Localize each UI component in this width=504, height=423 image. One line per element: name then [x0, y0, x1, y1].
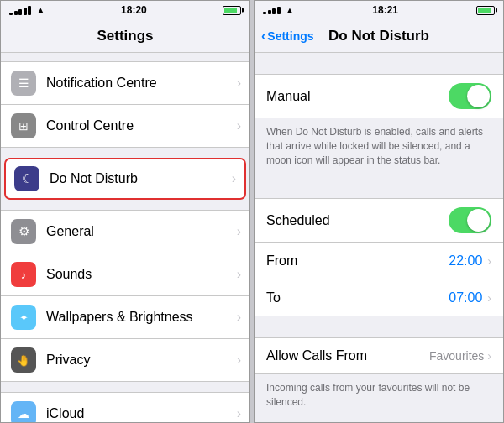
manual-row[interactable]: Manual [255, 74, 503, 118]
general-label: General [46, 224, 234, 239]
sounds-icon-glyph: ♪ [21, 269, 27, 281]
wallpaper-icon-glyph: ✦ [19, 311, 29, 324]
icloud-icon: ☁ [11, 401, 36, 422]
right-signal: ▲ [263, 5, 294, 15]
right-signal-icon [263, 7, 281, 14]
notification-centre-label: Notification Centre [46, 76, 234, 91]
privacy-label: Privacy [46, 352, 234, 368]
dnd-gap2 [255, 177, 503, 198]
icloud-label: iCloud [46, 406, 234, 421]
allow-calls-chevron: › [487, 349, 491, 363]
wifi-icon: ▲ [36, 5, 45, 15]
to-chevron: › [487, 291, 491, 305]
right-phone: ▲ 18:21 ‹ Settings Do Not Disturb Manual… [254, 0, 504, 423]
manual-label: Manual [266, 89, 310, 104]
scheduled-label: Scheduled [266, 213, 330, 228]
allow-calls-value: Favourites [429, 349, 484, 363]
do-not-disturb-item[interactable]: ☾ Do Not Disturb › [4, 158, 246, 200]
sounds-chevron: › [237, 267, 241, 282]
settings-list: ☰ Notification Centre › ⊞ Control Centre… [1, 53, 249, 422]
right-battery-fill [478, 8, 491, 13]
back-label: Settings [267, 29, 313, 43]
icloud-chevron: › [237, 406, 241, 421]
from-row[interactable]: From 22:00 › [255, 243, 503, 279]
right-battery-icon [476, 6, 495, 15]
section-4: ☁ iCloud › ✉ Mail, Contacts, Calendars › [1, 392, 249, 422]
chevron-right-icon2: › [237, 118, 241, 133]
signal-icon [9, 6, 31, 15]
general-icon: ⚙ [11, 219, 36, 244]
back-chevron-icon: ‹ [261, 29, 265, 44]
allow-calls-label: Allow Calls From [266, 348, 429, 363]
dnd-icon: ☾ [14, 166, 39, 191]
gap1 [1, 53, 249, 61]
manual-description: When Do Not Disturb is enabled, calls an… [255, 118, 503, 177]
manual-toggle[interactable] [449, 83, 491, 109]
wallpapers-label: Wallpapers & Brightness [46, 310, 234, 325]
privacy-icon: 🤚 [11, 347, 36, 373]
back-button[interactable]: ‹ Settings [261, 29, 314, 44]
right-wifi-icon: ▲ [286, 5, 295, 15]
notification-centre-item[interactable]: ☰ Notification Centre › [1, 62, 249, 105]
dnd-gap4 [255, 420, 503, 422]
chevron-right-icon: › [237, 76, 241, 91]
gap3 [1, 200, 249, 210]
right-status-bar: ▲ 18:21 [255, 1, 503, 19]
gap2 [1, 148, 249, 158]
left-status-bar: ▲ 18:20 [1, 1, 249, 19]
allow-calls-row[interactable]: Allow Calls From Favourites › [255, 337, 503, 374]
right-battery-area [476, 6, 495, 15]
right-time: 18:21 [372, 4, 398, 16]
dnd-section-wrapper: ☾ Do Not Disturb › [1, 158, 249, 200]
right-nav-bar: ‹ Settings Do Not Disturb [255, 19, 503, 53]
dnd-label: Do Not Disturb [50, 171, 228, 186]
scheduled-row[interactable]: Scheduled [255, 198, 503, 243]
wallpaper-icon: ✦ [11, 305, 36, 330]
from-chevron: › [487, 254, 491, 268]
notification-icon: ☰ [11, 70, 36, 96]
right-nav-title: Do Not Disturb [328, 28, 429, 44]
icloud-item[interactable]: ☁ iCloud › [1, 393, 249, 422]
general-icon-glyph: ⚙ [18, 224, 29, 239]
section-1: ☰ Notification Centre › ⊞ Control Centre… [1, 61, 249, 148]
to-row[interactable]: To 07:00 › [255, 279, 503, 316]
sounds-item[interactable]: ♪ Sounds › [1, 253, 249, 296]
section-3: ⚙ General › ♪ Sounds › ✦ Wallpapers & Br… [1, 210, 249, 382]
dnd-chevron-icon: › [232, 171, 236, 186]
scheduled-toggle[interactable] [449, 207, 491, 233]
control-centre-label: Control Centre [46, 118, 234, 133]
left-nav-title: Settings [97, 28, 153, 44]
privacy-chevron: › [237, 352, 241, 368]
dnd-gap1 [255, 53, 503, 74]
wallpapers-item[interactable]: ✦ Wallpapers & Brightness › [1, 296, 249, 339]
privacy-item[interactable]: 🤚 Privacy › [1, 339, 249, 381]
sounds-icon: ♪ [11, 262, 36, 287]
privacy-icon-glyph: 🤚 [17, 354, 30, 367]
control-icon-glyph: ⊞ [18, 119, 29, 133]
allow-calls-description: Incoming calls from your favourites will… [255, 374, 503, 420]
dnd-gap3 [255, 316, 503, 337]
left-nav-bar: Settings [1, 19, 249, 53]
general-chevron: › [237, 224, 241, 239]
to-label: To [266, 290, 449, 306]
left-battery-area [223, 6, 241, 15]
icloud-icon-glyph: ☁ [18, 407, 29, 420]
sounds-label: Sounds [46, 267, 234, 282]
left-phone: ▲ 18:20 Settings ☰ Notification Centre › [0, 0, 250, 423]
from-label: From [266, 253, 449, 269]
control-centre-item[interactable]: ⊞ Control Centre › [1, 105, 249, 147]
wallpapers-chevron: › [237, 310, 241, 325]
notification-icon-glyph: ☰ [18, 76, 29, 90]
left-time: 18:20 [121, 4, 147, 16]
from-value: 22:00 [449, 253, 482, 269]
general-item[interactable]: ⚙ General › [1, 211, 249, 253]
control-icon: ⊞ [11, 113, 36, 138]
battery-fill [224, 8, 237, 13]
dnd-icon-glyph: ☾ [22, 171, 33, 186]
to-value: 07:00 [449, 290, 482, 306]
gap4 [1, 382, 249, 392]
dnd-settings-list: Manual When Do Not Disturb is enabled, c… [255, 53, 503, 422]
battery-icon [223, 6, 241, 15]
left-signal: ▲ [9, 5, 45, 15]
